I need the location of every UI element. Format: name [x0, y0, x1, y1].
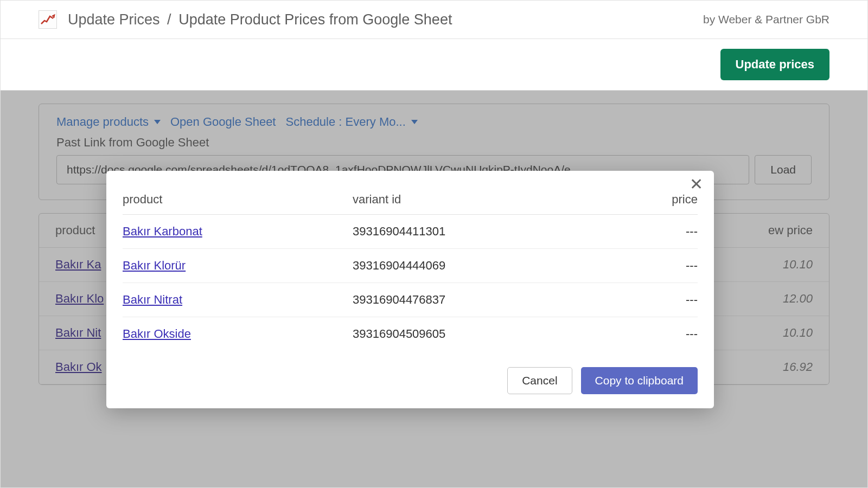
modal-table: product variant id price Bakır Karbonat … [123, 185, 698, 351]
product-link[interactable]: Bakır Okside [123, 327, 191, 341]
table-row: Bakır Karbonat 39316904411301 --- [123, 215, 698, 249]
action-bar: Update prices [1, 39, 867, 91]
table-row: Bakır Okside 39316904509605 --- [123, 317, 698, 351]
breadcrumb: Update Prices / Update Product Prices fr… [68, 11, 452, 28]
modal-price-cell: --- [583, 215, 698, 249]
product-link[interactable]: Bakır Klorür [123, 259, 186, 272]
close-icon[interactable]: ✕ [686, 173, 706, 196]
app-root: Update Prices / Update Product Prices fr… [0, 0, 868, 488]
modal-col-price: price [583, 185, 698, 215]
product-link[interactable]: Bakır Karbonat [123, 224, 202, 238]
breadcrumb-separator: / [164, 11, 175, 28]
page-title: Update Product Prices from Google Sheet [178, 11, 452, 28]
cancel-button[interactable]: Cancel [507, 367, 572, 394]
modal-price-cell: --- [583, 249, 698, 283]
modal-col-product: product [123, 185, 353, 215]
variant-id-cell: 39316904476837 [353, 283, 583, 317]
variant-id-cell: 39316904509605 [353, 317, 583, 351]
table-row: Bakır Nitrat 39316904476837 --- [123, 283, 698, 317]
modal-price-cell: --- [583, 317, 698, 351]
app-header: Update Prices / Update Product Prices fr… [1, 1, 867, 39]
variant-id-cell: 39316904411301 [353, 215, 583, 249]
variant-id-cell: 39316904444069 [353, 249, 583, 283]
table-row: Bakır Klorür 39316904444069 --- [123, 249, 698, 283]
modal-price-cell: --- [583, 283, 698, 317]
vendor-label: by Weber & Partner GbR [703, 13, 829, 26]
variant-modal: ✕ product variant id price Bakır Karbona… [106, 171, 714, 408]
modal-footer: Cancel Copy to clipboard [106, 355, 714, 408]
copy-clipboard-button[interactable]: Copy to clipboard [581, 367, 698, 394]
content-wrapper: Manage products Open Google Sheet Schedu… [1, 91, 867, 487]
breadcrumb-root[interactable]: Update Prices [68, 11, 160, 28]
modal-col-variant: variant id [353, 185, 583, 215]
app-logo-icon [39, 10, 57, 29]
product-link[interactable]: Bakır Nitrat [123, 293, 182, 306]
update-prices-button[interactable]: Update prices [720, 49, 830, 80]
